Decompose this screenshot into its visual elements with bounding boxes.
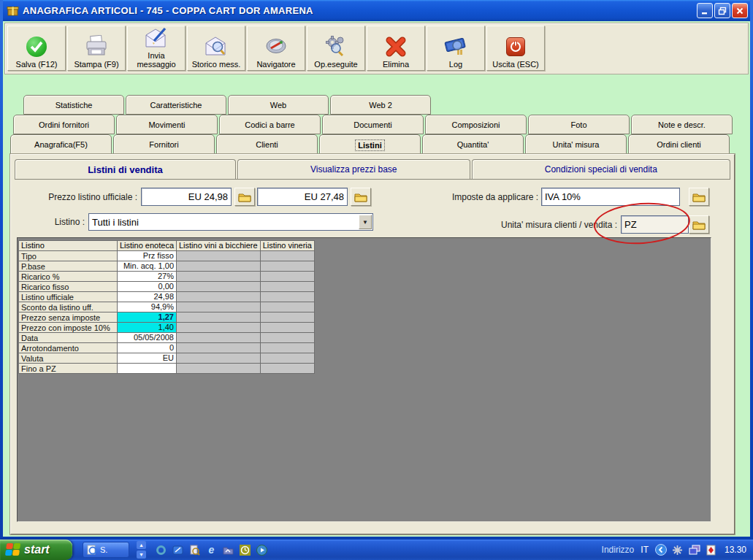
save-button[interactable]: Salva (F12) — [7, 26, 66, 71]
subtab-condizioni-speciali[interactable]: Condizioni speciali di vendita — [472, 159, 730, 179]
log-button[interactable]: Log — [427, 26, 485, 71]
tab-clienti[interactable]: Clienti — [216, 134, 318, 154]
address-toolbar-label[interactable]: Indirizzo — [602, 545, 635, 555]
close-button[interactable] — [732, 3, 748, 18]
unita-folder-button[interactable] — [689, 215, 709, 234]
tab-web[interactable]: Web — [228, 95, 329, 115]
app-window: ANAGRAFICA ARTICOLI - 745 - COPPA CART D… — [0, 0, 753, 540]
subtab-strip: Listini di vendita Visualizza prezzi bas… — [15, 159, 730, 180]
unita-misura-input[interactable] — [621, 215, 689, 234]
media-player-icon[interactable] — [256, 544, 268, 556]
delete-button-label: Elimina — [383, 60, 409, 69]
table-row: Valuta EU — [19, 353, 315, 364]
window-client-area: Salva (F12) Stampa (F9) — [3, 21, 750, 537]
collapse-chevron-icon[interactable] — [655, 544, 667, 556]
navigator-button[interactable]: Navigatore — [247, 26, 305, 71]
quicktime-icon[interactable] — [155, 544, 167, 556]
tab-note-e-descr[interactable]: Note e descr. — [631, 115, 733, 134]
tab-foto[interactable]: Foto — [528, 115, 630, 134]
imposte-label: Imposte da applicare : — [376, 192, 538, 202]
tab-anagrafica[interactable]: Anagrafica(F5) — [10, 134, 112, 154]
folder-icon — [692, 220, 706, 230]
print-button-label: Stampa (F9) — [74, 60, 118, 69]
scroll-down-icon[interactable]: ▼ — [137, 551, 146, 559]
operations-button[interactable]: Op.eseguite — [307, 26, 365, 71]
table-row: Arrotondamento 0 — [19, 343, 315, 353]
tab-fornitori[interactable]: Fornitori — [113, 134, 215, 154]
scroll-up-icon[interactable]: ▲ — [137, 541, 146, 549]
tab-ordini-fornitori[interactable]: Ordini fornitori — [13, 115, 115, 134]
start-button[interactable]: start — [0, 540, 72, 560]
language-indicator[interactable]: IT — [639, 545, 650, 555]
exit-button[interactable]: Uscita (ESC) — [486, 26, 545, 71]
message-history-button-label: Storico mess. — [192, 60, 241, 69]
minimize-button[interactable] — [697, 3, 713, 18]
prezzo-listino-input-1[interactable] — [141, 188, 232, 206]
tab-movimenti[interactable]: Movimenti — [116, 115, 218, 134]
tab-statistiche[interactable]: Statistiche — [23, 95, 124, 115]
subtab-visualizza-prezzi-base[interactable]: Visualizza prezzi base — [237, 159, 470, 179]
tab-row-3: Anagrafica(F5) Fornitori Clienti Listini… — [10, 134, 730, 155]
restore-button[interactable] — [714, 3, 730, 18]
tab-caratteristiche[interactable]: Caratteristiche — [126, 95, 226, 115]
print-button[interactable]: Stampa (F9) — [67, 26, 126, 71]
antivirus-icon[interactable] — [706, 544, 717, 556]
app-gift-icon — [7, 4, 19, 17]
tab-unita-misura[interactable]: Unita' misura — [525, 134, 627, 154]
gears-search-icon — [324, 34, 348, 60]
prezzo-folder-button-1[interactable] — [234, 188, 255, 206]
network-star-icon[interactable] — [672, 544, 684, 556]
log-book-icon — [443, 34, 469, 60]
compass-icon — [263, 34, 289, 60]
prezzo-listino-input-2[interactable] — [257, 188, 348, 206]
tab-quantita[interactable]: Quantita' — [422, 134, 524, 154]
timer-icon[interactable] — [239, 544, 251, 556]
imposte-input[interactable] — [541, 188, 680, 206]
imposte-folder-button[interactable] — [689, 188, 709, 206]
table-row: Sconto da listino uff. 94,9% — [19, 302, 315, 312]
delete-button[interactable]: Elimina — [367, 26, 425, 71]
folder-icon — [354, 192, 367, 202]
log-button-label: Log — [449, 60, 462, 69]
system-tray: Indirizzo IT 13.30 — [602, 540, 753, 560]
main-toolbar: Salva (F12) Stampa (F9) — [4, 23, 749, 74]
prezzo-folder-button-2[interactable] — [351, 188, 371, 206]
quick-launch-bar: e — [155, 544, 268, 556]
quicklaunch-scroller: ▲ ▼ — [137, 541, 146, 559]
start-button-label: start — [24, 543, 50, 556]
photo-folder-icon[interactable] — [222, 544, 234, 556]
listino-label: Listino : — [18, 217, 85, 227]
column-header: Listino enoteca — [118, 241, 177, 251]
chevron-down-icon[interactable]: ▼ — [359, 215, 372, 229]
windows-flag-icon — [5, 543, 22, 556]
window-title: ANAGRAFICA ARTICOLI - 745 - COPPA CART D… — [23, 5, 697, 16]
table-row: Ricarico % 27% — [19, 272, 315, 282]
table-row: Tipo Prz fisso — [19, 251, 315, 261]
messenger-icon[interactable] — [172, 544, 184, 556]
send-message-button[interactable]: Invia messaggio — [127, 26, 186, 71]
tab-web2[interactable]: Web 2 — [330, 95, 431, 115]
listini-grid-area: Listino Listino enoteca Listino vini a b… — [17, 237, 711, 522]
message-history-button[interactable]: Storico mess. — [187, 26, 245, 71]
tab-ordini-clienti[interactable]: Ordini clienti — [628, 134, 730, 154]
column-header: Listino vini a bicchiere — [177, 241, 261, 251]
subtab-listini-di-vendita[interactable]: Listini di vendita — [15, 159, 236, 179]
table-row-highlighted: Prezzo senza imposte 1,27 — [19, 312, 315, 323]
tab-codici-a-barre[interactable]: Codici a barre — [219, 115, 321, 134]
column-header: Listino vineria — [260, 241, 314, 251]
internet-explorer-icon[interactable]: e — [205, 544, 218, 556]
taskbar-clock[interactable]: 13.30 — [725, 545, 746, 555]
tab-composizioni[interactable]: Composizioni — [425, 115, 527, 134]
tab-row-1: Statistiche Caratteristiche Web Web 2 — [23, 95, 431, 115]
tab-listini[interactable]: Listini — [319, 134, 421, 155]
display-icon[interactable] — [689, 544, 700, 556]
search-doc-icon[interactable] — [188, 544, 201, 556]
listino-select[interactable]: Tutti i listini ▼ — [88, 213, 373, 231]
app-document-icon — [87, 545, 97, 555]
folder-icon — [238, 192, 251, 202]
save-button-label: Salva (F12) — [16, 60, 58, 69]
taskbar-app-button[interactable]: S. — [83, 542, 129, 558]
power-icon — [506, 34, 525, 60]
taskbar-app-label: S. — [100, 545, 107, 554]
tab-documenti[interactable]: Documenti — [322, 115, 424, 134]
